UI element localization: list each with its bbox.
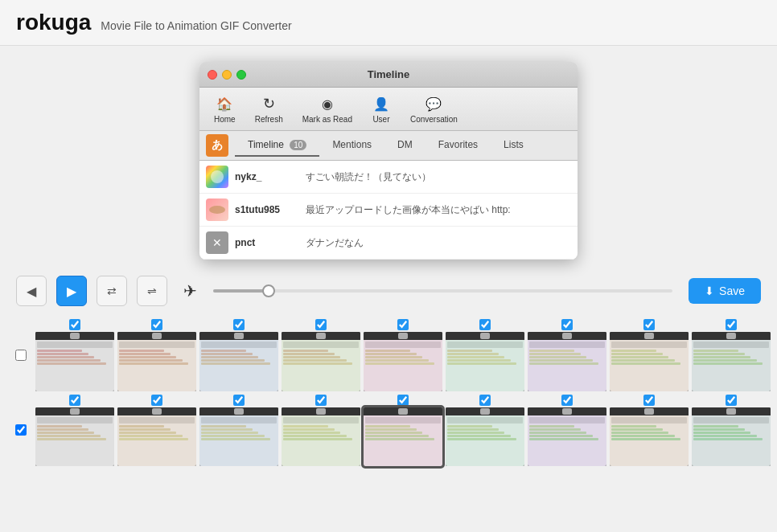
frame-checkbox[interactable]: [233, 319, 245, 330]
tab-mentions-label: Mentions: [332, 139, 372, 150]
row-checkbox-area: [6, 424, 35, 436]
frame-checkbox[interactable]: [479, 395, 491, 406]
frame-item: [199, 395, 278, 467]
frame-thumbnail[interactable]: [117, 407, 196, 467]
tab-dm[interactable]: DM: [384, 134, 426, 157]
frame-thumbnail[interactable]: [528, 407, 606, 467]
frame-item: [117, 319, 196, 391]
swap-button[interactable]: ⇄: [97, 276, 127, 306]
speed-slider[interactable]: [213, 289, 672, 293]
frames-grid-row: [35, 395, 771, 467]
frame-checkbox[interactable]: [151, 395, 162, 406]
tabs-header: あ Timeline 10 Mentions DM Favorites List…: [199, 131, 578, 161]
maximize-button[interactable]: [236, 70, 246, 80]
app-subtitle: Movie File to Animation GIF Converter: [101, 19, 291, 32]
mark-read-icon: ◉: [318, 94, 337, 113]
tweet-avatar: ✕: [206, 231, 228, 254]
frame-thumbnail[interactable]: [199, 407, 278, 467]
row-checkbox-area: [6, 350, 35, 361]
main-content: Timeline 🏠 Home ↻ Refresh ◉ Mark as Read…: [0, 46, 777, 477]
frame-thumbnail[interactable]: [528, 332, 606, 391]
frame-thumbnail[interactable]: [282, 332, 360, 391]
frame-row: [6, 395, 771, 467]
save-button[interactable]: ⬇ Save: [689, 278, 761, 304]
tab-lists-label: Lists: [504, 139, 524, 150]
home-button[interactable]: 🏠 Home: [206, 91, 244, 127]
tweet-row[interactable]: s1tutu985最近アップロードした画像が本当にやばい http:: [199, 194, 578, 227]
tweet-username: s1tutu985: [235, 204, 299, 215]
frame-checkbox[interactable]: [561, 319, 573, 330]
play-button[interactable]: ▶: [56, 276, 87, 306]
minimize-button[interactable]: [222, 70, 232, 80]
tweet-row[interactable]: ✕pnctダナンだなん: [199, 227, 578, 260]
conversation-label: Conversation: [410, 115, 458, 124]
frame-checkbox[interactable]: [397, 319, 409, 330]
prev-button[interactable]: ◀: [16, 276, 47, 306]
frame-thumbnail[interactable]: [446, 407, 524, 467]
tweet-list: nykz_すごい朝読だ！（見てない）s1tutu985最近アップロードした画像が…: [199, 161, 578, 260]
conversation-button[interactable]: 💬 Conversation: [402, 91, 466, 127]
tab-favorites[interactable]: Favorites: [426, 134, 491, 157]
frame-thumbnail[interactable]: [199, 332, 278, 391]
frame-thumbnail[interactable]: [117, 332, 196, 391]
tab-mentions[interactable]: Mentions: [319, 134, 384, 157]
speed-icon: ✈: [183, 281, 197, 301]
user-button[interactable]: 👤 User: [364, 91, 399, 127]
frame-thumbnail[interactable]: [446, 332, 524, 391]
frame-item: [35, 319, 114, 391]
frame-thumbnail[interactable]: [610, 407, 689, 467]
frame-checkbox[interactable]: [397, 395, 409, 406]
close-button[interactable]: [208, 70, 217, 80]
tab-timeline-badge: 10: [290, 140, 306, 150]
frame-thumbnail[interactable]: [35, 332, 114, 391]
row-select-checkbox[interactable]: [15, 350, 27, 361]
tab-lists[interactable]: Lists: [491, 134, 536, 157]
mark-read-label: Mark as Read: [302, 115, 352, 124]
tweet-text: ダナンだなん: [306, 236, 364, 250]
frame-checkbox[interactable]: [233, 395, 245, 406]
refresh-button[interactable]: ↻ Refresh: [247, 91, 291, 127]
frame-checkbox[interactable]: [69, 395, 80, 406]
tweet-text: すごい朝読だ！（見てない）: [306, 170, 431, 184]
frame-row: [6, 319, 771, 391]
frame-thumbnail[interactable]: [692, 407, 771, 467]
tab-dm-label: DM: [397, 139, 413, 150]
frame-checkbox[interactable]: [315, 319, 327, 330]
frame-checkbox[interactable]: [315, 395, 327, 406]
frame-thumbnail[interactable]: [364, 332, 442, 391]
tweet-username: pnct: [235, 237, 299, 248]
frame-checkbox[interactable]: [726, 395, 737, 406]
frame-checkbox[interactable]: [643, 395, 655, 406]
row-select-checkbox[interactable]: [15, 424, 27, 436]
frame-checkbox[interactable]: [643, 319, 655, 330]
tweet-avatar: [206, 166, 228, 188]
frame-checkbox[interactable]: [479, 319, 491, 330]
frame-item: [446, 395, 524, 467]
app-title: rokuga: [16, 10, 91, 35]
refresh-label: Refresh: [255, 115, 283, 124]
tweet-avatar: [206, 198, 228, 221]
frame-thumbnail[interactable]: [364, 407, 442, 467]
frame-checkbox[interactable]: [151, 319, 162, 330]
frame-thumbnail[interactable]: [610, 332, 689, 391]
tab-timeline[interactable]: Timeline 10: [235, 134, 319, 157]
save-icon: ⬇: [705, 284, 714, 297]
home-icon: 🏠: [215, 94, 234, 113]
shuffle-button[interactable]: ⇌: [137, 276, 167, 306]
frame-checkbox[interactable]: [726, 319, 737, 330]
tweet-text: 最近アップロードした画像が本当にやばい http:: [306, 203, 511, 217]
frame-item: [117, 395, 196, 467]
frame-item: [35, 395, 114, 467]
tweet-row[interactable]: nykz_すごい朝読だ！（見てない）: [199, 161, 578, 194]
frame-checkbox[interactable]: [69, 319, 80, 330]
frame-thumbnail[interactable]: [692, 332, 771, 391]
frame-item: [692, 395, 771, 467]
mark-read-button[interactable]: ◉ Mark as Read: [294, 91, 360, 127]
frame-item: [364, 319, 442, 391]
speed-slider-thumb[interactable]: [262, 284, 275, 297]
tab-timeline-label: Timeline: [248, 139, 284, 150]
frame-checkbox[interactable]: [561, 395, 573, 406]
speed-slider-track: [213, 289, 269, 293]
frame-thumbnail[interactable]: [35, 407, 114, 467]
frame-thumbnail[interactable]: [282, 407, 360, 467]
